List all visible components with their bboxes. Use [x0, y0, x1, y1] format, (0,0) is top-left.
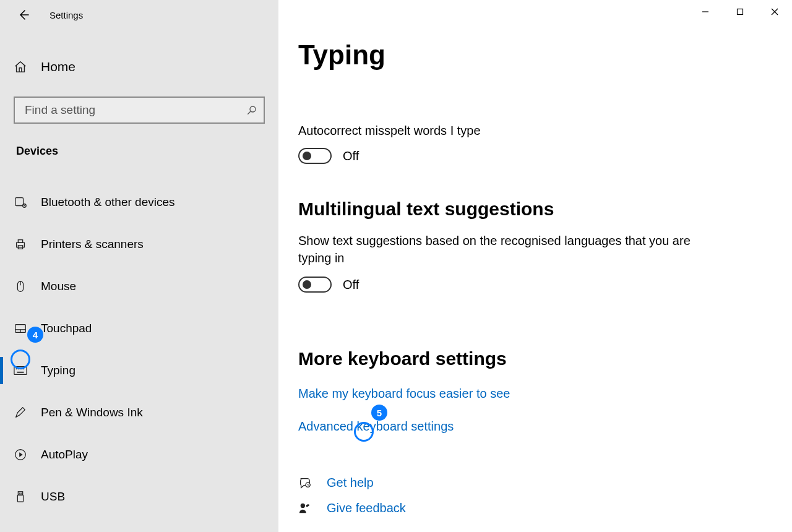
multilingual-toggle[interactable] — [298, 277, 332, 293]
keyboard-icon — [14, 366, 30, 375]
svg-rect-18 — [17, 372, 24, 373]
svg-rect-6 — [18, 240, 22, 243]
search-box[interactable] — [14, 97, 265, 124]
svg-rect-13 — [14, 367, 27, 375]
svg-line-1 — [248, 111, 251, 114]
sidebar-item-label: AutoPlay — [41, 448, 88, 461]
link-keyboard-focus[interactable]: Make my keyboard focus easier to see — [298, 387, 510, 401]
sidebar: Settings Home Devices Bluetooth & oth — [0, 0, 278, 532]
touchpad-icon — [14, 322, 30, 335]
multilingual-heading: Multilingual text suggestions — [298, 199, 792, 220]
more-heading: More keyboard settings — [298, 348, 792, 369]
link-advanced-keyboard[interactable]: Advanced keyboard settings — [298, 419, 454, 434]
sidebar-item-usb[interactable]: USB — [0, 476, 278, 518]
svg-point-31 — [301, 503, 305, 507]
sidebar-item-autoplay[interactable]: AutoPlay — [0, 434, 278, 476]
svg-rect-15 — [18, 368, 19, 369]
multilingual-state: Off — [343, 278, 359, 292]
sidebar-item-label: Mouse — [41, 280, 76, 293]
page-title: Typing — [298, 40, 792, 71]
sidebar-nav: Bluetooth & other devices Printers & sca… — [0, 181, 278, 518]
content-area: Typing Autocorrect misspelt words I type… — [278, 0, 792, 532]
svg-marker-20 — [19, 452, 23, 457]
sidebar-home[interactable]: Home — [0, 48, 278, 85]
home-icon — [14, 60, 30, 74]
svg-point-4 — [24, 205, 25, 206]
home-label: Home — [41, 59, 75, 74]
back-button[interactable] — [12, 4, 35, 26]
sidebar-item-label: Touchpad — [41, 322, 92, 335]
window-controls — [688, 0, 792, 24]
sidebar-item-label: Typing — [41, 364, 75, 377]
search-input[interactable] — [24, 103, 246, 118]
close-button[interactable] — [757, 0, 792, 24]
sidebar-item-label: Printers & scanners — [41, 238, 144, 251]
svg-rect-14 — [16, 368, 17, 369]
svg-rect-5 — [17, 242, 25, 247]
pen-icon — [14, 406, 30, 419]
feedback-icon — [298, 502, 317, 515]
svg-point-0 — [250, 106, 256, 112]
sidebar-item-pen[interactable]: Pen & Windows Ink — [0, 392, 278, 434]
autocorrect-label: Autocorrect misspelt words I type — [298, 124, 792, 138]
svg-rect-26 — [738, 9, 743, 15]
minimize-button[interactable] — [688, 0, 723, 24]
svg-text:?: ? — [307, 483, 309, 487]
get-help-link[interactable]: Get help — [327, 476, 374, 490]
sidebar-item-label: Bluetooth & other devices — [41, 195, 175, 209]
sidebar-item-label: Pen & Windows Ink — [41, 406, 143, 419]
help-icon: ? — [298, 476, 317, 490]
category-label: Devices — [16, 145, 278, 158]
mouse-icon — [14, 280, 30, 293]
multilingual-desc: Show text suggestions based on the recog… — [298, 232, 694, 267]
svg-rect-16 — [20, 368, 22, 369]
sidebar-item-typing[interactable]: Typing — [0, 350, 278, 392]
svg-rect-21 — [18, 492, 22, 496]
search-icon — [246, 105, 257, 116]
autoplay-icon — [14, 448, 30, 461]
sidebar-item-touchpad[interactable]: Touchpad — [0, 307, 278, 350]
svg-rect-23 — [19, 493, 20, 494]
svg-rect-24 — [20, 493, 21, 494]
app-title: Settings — [50, 10, 83, 20]
autocorrect-state: Off — [343, 149, 359, 163]
svg-rect-2 — [15, 198, 24, 206]
bluetooth-icon — [14, 195, 30, 209]
svg-rect-22 — [17, 495, 23, 502]
sidebar-item-label: USB — [41, 490, 65, 504]
autocorrect-toggle[interactable] — [298, 148, 332, 164]
sidebar-item-mouse[interactable]: Mouse — [0, 265, 278, 307]
usb-icon — [14, 490, 30, 504]
printer-icon — [14, 238, 30, 251]
sidebar-item-bluetooth[interactable]: Bluetooth & other devices — [0, 181, 278, 223]
maximize-button[interactable] — [723, 0, 757, 24]
sidebar-item-printers[interactable]: Printers & scanners — [0, 223, 278, 265]
give-feedback-link[interactable]: Give feedback — [327, 501, 406, 515]
svg-rect-17 — [23, 368, 24, 369]
